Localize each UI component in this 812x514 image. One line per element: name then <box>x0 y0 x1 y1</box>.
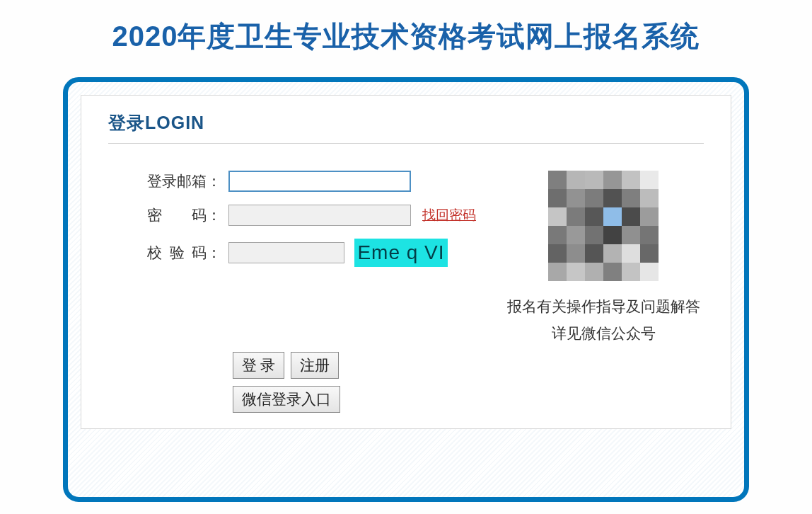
button-row: 登 录 注册 <box>111 352 476 379</box>
wechat-login-button[interactable]: 微信登录入口 <box>233 386 340 413</box>
forgot-password-link[interactable]: 找回密码 <box>422 206 476 224</box>
button-row-2: 微信登录入口 <box>111 386 476 413</box>
captcha-image[interactable]: Eme q VI <box>354 239 448 267</box>
qr-column: 报名有关操作指导及问题解答 详见微信公众号 <box>476 171 704 413</box>
form-column: 登录邮箱： 密 码： 找回密码 校 验 码： Eme q VI 登 <box>108 171 476 413</box>
login-header: 登录LOGIN <box>108 111 704 144</box>
login-panel: 登录LOGIN 登录邮箱： 密 码： 找回密码 校 验 码： <box>81 95 731 429</box>
captcha-row: 校 验 码： Eme q VI <box>111 239 476 267</box>
captcha-label: 校 验 码： <box>111 243 224 263</box>
password-label: 密 码： <box>111 205 224 225</box>
qr-info-line1: 报名有关操作指导及问题解答 <box>503 294 704 321</box>
page-title: 2020年度卫生专业技术资格考试网上报名系统 <box>0 0 812 77</box>
captcha-input[interactable] <box>228 242 344 263</box>
qr-info-line2: 详见微信公众号 <box>503 321 704 348</box>
register-button[interactable]: 注册 <box>291 352 339 379</box>
password-input[interactable] <box>228 205 411 226</box>
main-panel: 登录LOGIN 登录邮箱： 密 码： 找回密码 校 验 码： <box>63 77 749 502</box>
password-row: 密 码： 找回密码 <box>111 205 476 226</box>
login-button[interactable]: 登 录 <box>233 352 284 379</box>
login-body: 登录邮箱： 密 码： 找回密码 校 验 码： Eme q VI 登 <box>108 149 704 413</box>
email-label: 登录邮箱： <box>111 171 224 191</box>
email-input[interactable] <box>228 171 411 192</box>
qr-code-icon <box>548 171 659 281</box>
email-row: 登录邮箱： <box>111 171 476 192</box>
